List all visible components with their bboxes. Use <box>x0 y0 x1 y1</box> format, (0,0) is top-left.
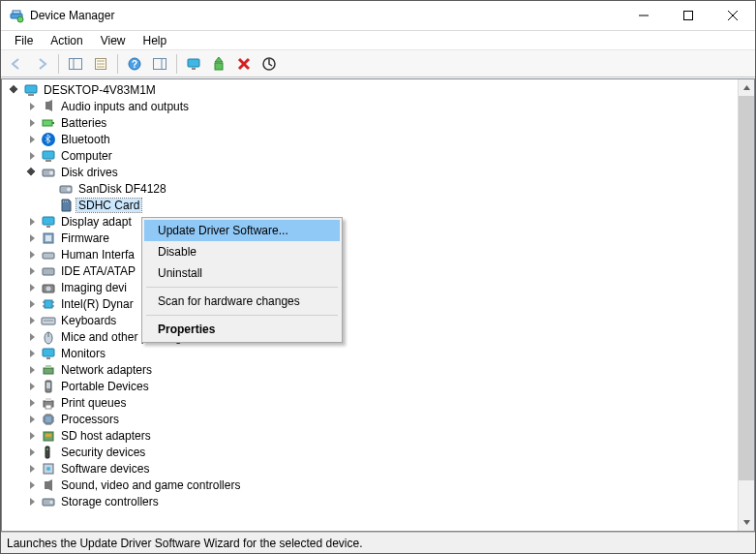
category-node[interactable]: Storage controllers <box>25 493 754 509</box>
expander-icon[interactable] <box>25 215 39 229</box>
category-node[interactable]: Mice and other pointing devices <box>25 328 754 345</box>
category-node[interactable]: Display adapt <box>25 213 754 230</box>
ctx-scan-hardware[interactable]: Scan for hardware changes <box>144 291 340 312</box>
ctx-update-driver[interactable]: Update Driver Software... <box>144 220 340 241</box>
category-node[interactable]: Security devices <box>25 444 754 460</box>
scroll-up-button[interactable] <box>739 79 754 96</box>
category-label: Portable Devices <box>59 380 151 393</box>
category-label: IDE ATA/ATAP <box>59 264 137 278</box>
expander-icon[interactable] <box>25 100 39 113</box>
category-node[interactable]: Print queues <box>25 394 754 411</box>
expander-icon[interactable] <box>25 347 39 360</box>
device-node[interactable]: SanDisk DF4128 <box>43 180 754 197</box>
help-button[interactable]: ? <box>123 52 146 76</box>
expander-icon[interactable] <box>25 380 39 393</box>
category-node[interactable]: Sound, video and game controllers <box>25 477 754 493</box>
expander-icon[interactable] <box>25 281 39 294</box>
category-node[interactable]: Imaging devi <box>25 279 754 295</box>
category-node[interactable]: Human Interfa <box>25 246 754 262</box>
category-node[interactable]: Portable Devices <box>25 378 754 394</box>
category-label: Batteries <box>59 116 108 130</box>
expander-icon[interactable] <box>25 297 39 311</box>
expander-icon[interactable] <box>25 429 39 443</box>
category-label: Security devices <box>59 446 147 459</box>
category-node[interactable]: Audio inputs and outputs <box>25 98 754 114</box>
category-node[interactable]: Processors <box>25 411 754 427</box>
scan-hardware-button[interactable] <box>257 52 281 76</box>
category-node[interactable]: SD host adapters <box>25 427 754 444</box>
tree-wrap: DESKTOP-4V83M1M Audio inputs and outputs… <box>1 78 755 532</box>
show-hide-tree-button[interactable] <box>64 52 87 76</box>
category-node[interactable]: Intel(R) Dynar <box>25 295 754 312</box>
expander-icon[interactable] <box>25 478 39 492</box>
ctx-properties[interactable]: Properties <box>144 319 340 340</box>
properties-button[interactable] <box>89 52 112 76</box>
expander-icon[interactable] <box>25 116 39 130</box>
menu-view[interactable]: View <box>93 32 134 49</box>
category-node[interactable]: Network adapters <box>25 361 754 378</box>
category-node[interactable]: Batteries <box>25 114 754 131</box>
expander-icon[interactable] <box>25 264 39 278</box>
expander-icon[interactable] <box>25 248 39 262</box>
category-node[interactable]: Software devices <box>25 460 754 477</box>
expander-icon[interactable] <box>8 83 21 97</box>
vertical-scrollbar[interactable] <box>738 79 754 531</box>
device-label: SDHC Card <box>76 199 141 212</box>
menu-help[interactable]: Help <box>136 32 175 49</box>
category-label: Firmware <box>59 231 111 245</box>
expander-icon[interactable] <box>25 166 39 179</box>
svg-rect-30 <box>45 160 51 162</box>
category-node[interactable]: Firmware <box>25 230 754 246</box>
menu-action[interactable]: Action <box>43 32 90 49</box>
category-node[interactable]: Keyboards <box>25 312 754 328</box>
ctx-uninstall[interactable]: Uninstall <box>144 262 340 284</box>
svg-point-45 <box>46 286 51 291</box>
minimize-button[interactable] <box>621 1 666 30</box>
device-node[interactable]: SDHC Card <box>43 197 754 213</box>
category-node[interactable]: Monitors <box>25 345 754 361</box>
expander-icon[interactable] <box>25 462 39 476</box>
expander-icon[interactable] <box>25 495 39 508</box>
category-label: Network adapters <box>59 363 154 377</box>
close-button[interactable] <box>711 1 755 30</box>
update-driver-button[interactable] <box>207 52 230 76</box>
category-label: Computer <box>59 149 114 163</box>
expander-icon[interactable] <box>25 231 39 245</box>
svg-rect-42 <box>43 253 54 259</box>
expander-icon[interactable] <box>25 413 39 426</box>
hid-icon <box>41 247 56 262</box>
expander-icon[interactable] <box>25 446 39 459</box>
svg-rect-55 <box>43 349 54 356</box>
display-devices-button[interactable] <box>182 52 205 76</box>
bluetooth-icon <box>41 132 56 147</box>
scroll-thumb[interactable] <box>739 96 754 480</box>
category-node[interactable]: Bluetooth <box>25 131 754 147</box>
expander-icon[interactable] <box>25 363 39 377</box>
show-actions-button[interactable] <box>148 52 171 76</box>
device-tree[interactable]: DESKTOP-4V83M1M Audio inputs and outputs… <box>2 79 754 531</box>
titlebar-left: Device Manager <box>1 8 114 23</box>
category-node[interactable]: IDE ATA/ATAP <box>25 262 754 279</box>
maximize-button[interactable] <box>666 1 711 30</box>
expander-icon[interactable] <box>25 330 39 344</box>
scroll-track[interactable] <box>739 96 754 514</box>
expander-icon[interactable] <box>25 133 39 146</box>
uninstall-button[interactable] <box>232 52 256 76</box>
svg-rect-24 <box>28 94 34 96</box>
ctx-disable[interactable]: Disable <box>144 241 340 262</box>
svg-rect-7 <box>70 58 82 69</box>
category-label: Monitors <box>59 347 107 360</box>
ctx-separator <box>146 315 338 316</box>
svg-point-32 <box>49 170 53 174</box>
scroll-down-button[interactable] <box>739 514 754 531</box>
svg-point-85 <box>50 501 53 504</box>
expander-icon[interactable] <box>25 149 39 163</box>
menu-file[interactable]: File <box>7 32 41 49</box>
category-node[interactable]: Computer <box>25 147 754 164</box>
expander-icon[interactable] <box>25 396 39 410</box>
context-menu: Update Driver Software... Disable Uninst… <box>141 217 343 343</box>
monitor-icon <box>41 346 56 361</box>
category-node[interactable]: Disk drives <box>25 164 754 180</box>
root-node[interactable]: DESKTOP-4V83M1M <box>8 81 754 98</box>
expander-icon[interactable] <box>25 314 39 327</box>
